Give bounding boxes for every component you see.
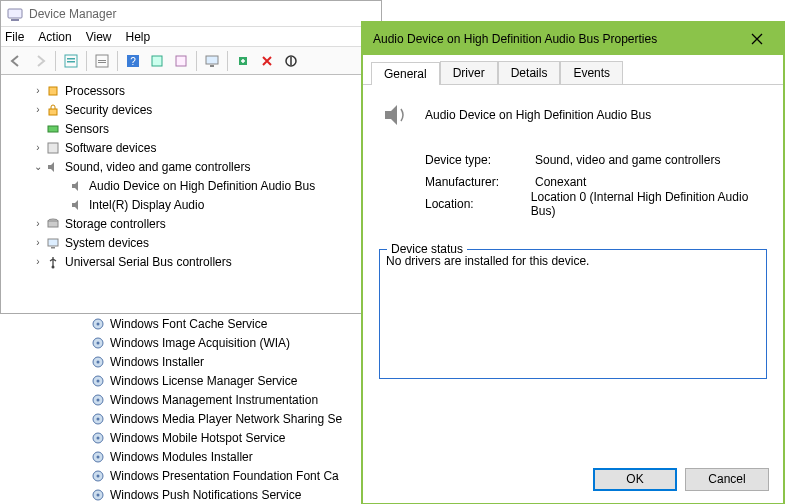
monitor-toolbar-button[interactable] — [201, 50, 223, 72]
tab-general[interactable]: General — [371, 62, 440, 85]
properties-tabs: General Driver Details Events — [363, 55, 783, 85]
svg-rect-6 — [98, 60, 106, 61]
service-label: Windows License Manager Service — [110, 374, 297, 388]
menu-view[interactable]: View — [86, 30, 112, 44]
svg-point-44 — [97, 493, 100, 496]
svg-rect-4 — [67, 61, 75, 63]
service-label: Windows Installer — [110, 355, 204, 369]
show-hidden-button[interactable] — [170, 50, 192, 72]
menu-action[interactable]: Action — [38, 30, 71, 44]
device-status-field[interactable] — [379, 249, 767, 379]
gear-icon — [90, 430, 106, 446]
device-status-group: Device status — [379, 235, 767, 382]
svg-rect-23 — [51, 247, 55, 249]
properties-body: Audio Device on High Definition Audio Bu… — [363, 85, 783, 396]
gear-icon — [90, 335, 106, 351]
help-toolbar-button[interactable]: ? — [122, 50, 144, 72]
close-button[interactable] — [741, 23, 773, 55]
device-manager-menubar: File Action View Help — [1, 27, 381, 47]
svg-point-30 — [97, 360, 100, 363]
toolbar-separator — [196, 51, 197, 71]
svg-rect-18 — [48, 126, 58, 132]
back-button[interactable] — [5, 50, 27, 72]
service-item[interactable]: Windows Management Instrumentation — [90, 390, 400, 409]
gear-icon — [90, 392, 106, 408]
tab-driver[interactable]: Driver — [440, 61, 498, 84]
tree-item[interactable]: Sensors — [11, 119, 377, 138]
service-item[interactable]: Windows Mobile Hotspot Service — [90, 428, 400, 447]
software-icon — [45, 140, 61, 156]
tree-item-label: Universal Serial Bus controllers — [65, 255, 232, 269]
tree-item-label: Sensors — [65, 122, 109, 136]
svg-rect-19 — [48, 143, 58, 153]
svg-rect-1 — [11, 19, 19, 21]
gear-icon — [90, 354, 106, 370]
tab-events[interactable]: Events — [560, 61, 623, 84]
forward-button[interactable] — [29, 50, 51, 72]
tree-item[interactable]: ›Processors — [11, 81, 377, 100]
tree-item[interactable]: Intel(R) Display Audio — [11, 195, 377, 214]
svg-point-42 — [97, 474, 100, 477]
service-label: Windows Media Player Network Sharing Se — [110, 412, 342, 426]
menu-file[interactable]: File — [5, 30, 24, 44]
service-label: Windows Push Notifications Service — [110, 488, 301, 502]
scan-hardware-button[interactable] — [146, 50, 168, 72]
service-item[interactable]: Windows Push Notifications Service — [90, 485, 400, 504]
svg-rect-16 — [49, 87, 57, 95]
disable-device-button[interactable] — [280, 50, 302, 72]
toolbar-separator — [227, 51, 228, 71]
cancel-button[interactable]: Cancel — [685, 468, 769, 491]
device-manager-titlebar: Device Manager — [1, 1, 381, 27]
expand-icon[interactable]: › — [31, 142, 45, 153]
device-tree[interactable]: ›Processors›Security devicesSensors›Soft… — [1, 75, 381, 313]
expand-icon[interactable]: › — [31, 237, 45, 248]
expand-icon[interactable]: › — [31, 256, 45, 267]
tree-item-label: System devices — [65, 236, 149, 250]
tree-item[interactable]: ›Security devices — [11, 100, 377, 119]
tree-item[interactable]: ›System devices — [11, 233, 377, 252]
location-value: Location 0 (Internal High Definition Aud… — [531, 190, 767, 218]
device-type-label: Device type: — [425, 153, 535, 167]
service-item[interactable]: Windows Modules Installer — [90, 447, 400, 466]
service-item[interactable]: Windows Image Acquisition (WIA) — [90, 333, 400, 352]
ok-button[interactable]: OK — [593, 468, 677, 491]
service-label: Windows Image Acquisition (WIA) — [110, 336, 290, 350]
show-hide-tree-button[interactable] — [60, 50, 82, 72]
speaker-icon — [69, 197, 85, 213]
service-item[interactable]: Windows Presentation Foundation Font Ca — [90, 466, 400, 485]
collapse-icon[interactable]: ⌄ — [31, 161, 45, 172]
service-item[interactable]: Windows Installer — [90, 352, 400, 371]
service-item[interactable]: Windows Media Player Network Sharing Se — [90, 409, 400, 428]
menu-help[interactable]: Help — [126, 30, 151, 44]
properties-toolbar-button[interactable] — [91, 50, 113, 72]
speaker-icon — [69, 178, 85, 194]
tree-item[interactable]: Audio Device on High Definition Audio Bu… — [11, 176, 377, 195]
tree-item-label: Security devices — [65, 103, 152, 117]
svg-rect-11 — [176, 56, 186, 66]
svg-rect-22 — [48, 239, 58, 246]
properties-title: Audio Device on High Definition Audio Bu… — [373, 32, 741, 46]
device-status-label: Device status — [387, 242, 467, 256]
service-item[interactable]: Windows License Manager Service — [90, 371, 400, 390]
properties-titlebar: Audio Device on High Definition Audio Bu… — [363, 23, 783, 55]
svg-point-38 — [97, 436, 100, 439]
service-label: Windows Modules Installer — [110, 450, 253, 464]
device-manager-icon — [7, 6, 23, 22]
tree-item[interactable]: ›Universal Serial Bus controllers — [11, 252, 377, 271]
update-driver-button[interactable] — [232, 50, 254, 72]
tree-item[interactable]: ›Software devices — [11, 138, 377, 157]
svg-rect-0 — [8, 9, 22, 18]
expand-icon[interactable]: › — [31, 85, 45, 96]
svg-rect-21 — [48, 221, 58, 227]
device-manager-toolbar: ? — [1, 47, 381, 75]
location-label: Location: — [425, 197, 531, 211]
tab-details[interactable]: Details — [498, 61, 561, 84]
tree-item[interactable]: ›Storage controllers — [11, 214, 377, 233]
gear-icon — [90, 316, 106, 332]
expand-icon[interactable]: › — [31, 218, 45, 229]
manufacturer-value: Conexant — [535, 175, 586, 189]
service-item[interactable]: Windows Font Cache Service — [90, 314, 400, 333]
expand-icon[interactable]: › — [31, 104, 45, 115]
tree-item[interactable]: ⌄Sound, video and game controllers — [11, 157, 377, 176]
uninstall-button[interactable] — [256, 50, 278, 72]
